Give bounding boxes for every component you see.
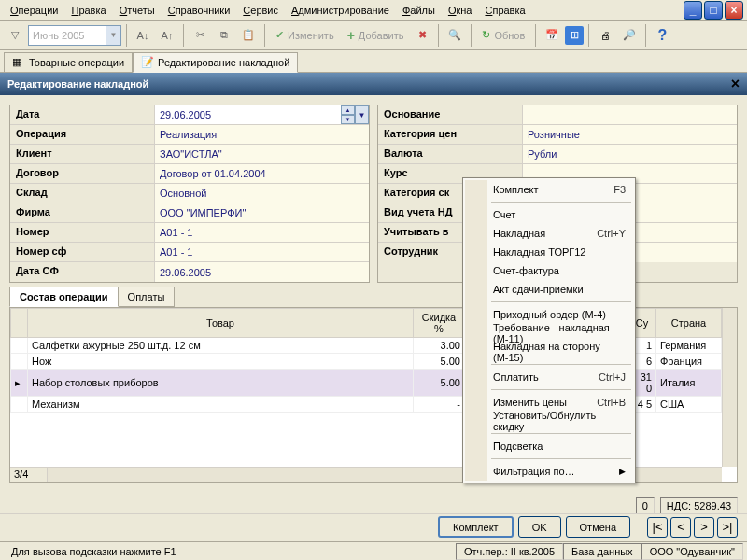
minimize-button[interactable]: _ [684,1,702,20]
context-menu-item[interactable]: Накладная ТОРГ12 [465,243,633,261]
field-value[interactable]: Основной [155,184,369,203]
table-cell: 5.00 [414,354,465,370]
field-value[interactable]: Реализация [155,125,369,144]
form-row: Категория ценРозничные [378,125,737,145]
status-hint: Для вызова подсказки нажмите F1 [4,543,456,560]
field-label: Дата [10,105,155,124]
context-menu-item[interactable]: Акт сдачи-приемки [465,280,633,299]
field-value[interactable]: ООО "ИМПЕРФИ" [155,203,369,222]
field-value[interactable]: Розничные [523,125,737,144]
menu-отчеты[interactable]: Отчеты [113,2,162,19]
vertical-scrollbar[interactable] [722,308,737,467]
table-cell: ▸ [11,370,28,397]
nav-last-button[interactable]: >| [717,517,738,538]
menu-shortcut: Ctrl+J [599,371,626,383]
menu-сервис[interactable]: Сервис [236,2,285,19]
status-org: ООО "Одуванчик" [641,543,743,560]
cancel-button[interactable]: Отмена [566,516,630,538]
field-value[interactable]: А01 - 1 [155,243,369,261]
panel-close-icon[interactable]: × [731,76,740,92]
edit-button[interactable]: ✔Изменить [270,24,340,47]
doc-tab[interactable]: 📝Редактирование накладной [133,52,298,73]
menu-операции[interactable]: Операции [4,2,64,19]
menu-item-label: Приходный ордер (М-4) [493,309,606,320]
search-icon[interactable]: 🔍 [444,24,466,47]
delete-icon[interactable]: ✖ [411,24,433,47]
period-text: Июнь 2005 [33,30,85,41]
field-value[interactable]: Договор от 01.04.2004 [155,164,369,183]
preview-icon[interactable]: 🔎 [618,24,641,47]
context-menu-item[interactable]: ОплатитьCtrl+J [465,368,633,386]
sort-asc-icon[interactable]: A↓ [132,24,154,47]
menu-separator [491,389,631,390]
chevron-down-icon[interactable]: ▼ [106,26,120,45]
context-menu-item[interactable]: НакладнаяCtrl+Y [465,224,633,243]
submenu-arrow-icon: ▶ [619,467,626,476]
column-header[interactable]: Товар [28,309,414,338]
statusbar: Для вызова подсказки нажмите F1 Отч.пер.… [0,541,747,560]
close-button[interactable]: × [725,1,743,20]
doc-tab[interactable]: ▦Товарные операции [4,52,133,73]
toolbar: ▽ Июнь 2005 ▼ A↓ A↑ ✂ ⧉ 📋 ✔Изменить +Доб… [0,21,747,50]
table-cell: Франция [656,354,722,370]
period-combo[interactable]: Июнь 2005 ▼ [28,25,121,46]
calendar-icon[interactable]: 📅 [541,24,563,47]
nav-prev-button[interactable]: < [670,517,691,538]
nav-next-button[interactable]: > [694,517,714,538]
menu-справочники[interactable]: Справочники [162,2,237,19]
menu-separator [491,364,631,365]
context-menu-item[interactable]: Изменить ценыCtrl+B [465,393,633,412]
cut-icon[interactable]: ✂ [189,24,211,47]
context-menu-item[interactable]: КомплектF3 [465,180,633,199]
copy-icon[interactable]: ⧉ [213,24,235,47]
sort-desc-icon[interactable]: A↑ [156,24,178,47]
help-icon[interactable]: ? [651,24,673,47]
field-label: Номер [10,223,155,242]
sub-tab[interactable]: Оплаты [118,287,176,307]
nav-first-button[interactable]: |< [647,517,668,538]
column-header[interactable] [11,309,28,338]
menu-файлы[interactable]: Файлы [396,2,442,19]
window-controls: _ □ × [684,1,743,20]
context-menu-item[interactable]: Фильтрация по…▶ [465,462,633,481]
menu-справка[interactable]: Справка [478,2,531,19]
add-button[interactable]: +Добавить [342,24,410,47]
context-menu-item[interactable]: Счет-фактура [465,261,633,280]
field-value[interactable] [523,105,737,124]
context-menu-item[interactable]: Подсветка [465,437,633,455]
sub-tab[interactable]: Состав операции [9,287,119,307]
menu-окна[interactable]: Окна [442,2,479,19]
maximize-button[interactable]: □ [704,1,723,20]
field-value[interactable]: А01 - 1 [155,223,369,242]
form-row: Основание [378,105,737,125]
komplekt-button[interactable]: Комплект [438,516,514,538]
filter-icon[interactable]: ▽ [4,24,26,47]
column-header[interactable]: Скидка % [414,309,465,338]
context-menu-item[interactable]: Установить/Обнулить скидку [465,412,633,430]
context-menu-item[interactable]: Накладная на сторону (М-15) [465,343,633,361]
field-value[interactable]: ЗАО"ИСТЛА" [155,145,369,163]
menu-администрирование[interactable]: Администрирование [285,2,396,19]
context-menu-item[interactable]: Требование - накладная (М-11) [465,324,633,343]
totals-row: 0 НДС: 5289.43 [0,497,747,515]
column-header[interactable]: Страна [656,309,722,338]
tab-label: Редактирование накладной [158,57,289,68]
calculator-icon[interactable]: ⊞ [565,26,584,45]
menu-item-label: Изменить цены [493,397,567,408]
field-value[interactable]: Рубли [523,145,737,163]
print-icon[interactable]: 🖨 [594,24,616,47]
field-label: Договор [10,164,155,183]
table-cell: Италия [656,370,722,397]
menu-shortcut: F3 [613,184,626,195]
form-left-column: Дата29.06.2005▲▼▼ОперацияРеализацияКлиен… [9,105,370,283]
menu-правка[interactable]: Правка [64,2,112,19]
ok-button[interactable]: OK [518,516,561,538]
context-menu-item[interactable]: Приходный ордер (М-4) [465,305,633,324]
context-menu-item[interactable]: Счет [465,205,633,224]
menu-item-label: Накладная ТОРГ12 [493,246,585,258]
form-row: СкладОсновной [10,184,369,203]
paste-icon[interactable]: 📋 [237,24,260,47]
refresh-button[interactable]: ↻Обнов [476,24,530,47]
field-value[interactable]: 29.06.2005 [155,262,369,282]
field-value[interactable]: 29.06.2005▲▼▼ [155,105,369,124]
